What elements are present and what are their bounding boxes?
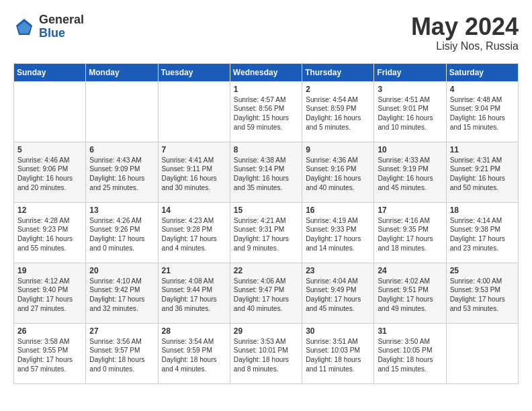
day-number: 7 — [162, 145, 226, 154]
cell-content: Sunrise: 4:08 AM Sunset: 9:44 PM Dayligh… — [162, 277, 226, 314]
cell-content: Sunrise: 4:43 AM Sunset: 9:09 PM Dayligh… — [89, 156, 154, 193]
calendar-cell: 26Sunrise: 3:58 AM Sunset: 9:55 PM Dayli… — [14, 323, 86, 383]
cell-content: Sunrise: 3:51 AM Sunset: 10:03 PM Daylig… — [306, 337, 370, 374]
calendar-header-row: SundayMondayTuesdayWednesdayThursdayFrid… — [14, 63, 519, 81]
column-header-saturday: Saturday — [446, 63, 518, 81]
calendar-cell: 22Sunrise: 4:06 AM Sunset: 9:47 PM Dayli… — [230, 263, 302, 323]
day-number: 2 — [306, 85, 370, 94]
column-header-wednesday: Wednesday — [230, 63, 302, 81]
day-number: 13 — [89, 205, 154, 215]
day-number: 18 — [450, 205, 515, 215]
day-number: 17 — [378, 205, 442, 215]
day-number: 28 — [162, 326, 226, 336]
week-row-4: 19Sunrise: 4:12 AM Sunset: 9:40 PM Dayli… — [14, 263, 519, 323]
day-number: 23 — [306, 266, 370, 275]
calendar-cell: 9Sunrise: 4:36 AM Sunset: 9:16 PM Daylig… — [302, 142, 374, 202]
cell-content: Sunrise: 4:04 AM Sunset: 9:49 PM Dayligh… — [306, 277, 370, 314]
day-number: 24 — [378, 266, 442, 275]
calendar-cell: 18Sunrise: 4:14 AM Sunset: 9:38 PM Dayli… — [446, 202, 518, 263]
calendar-cell: 29Sunrise: 3:53 AM Sunset: 10:01 PM Dayl… — [230, 323, 302, 383]
cell-content: Sunrise: 4:38 AM Sunset: 9:14 PM Dayligh… — [234, 156, 298, 193]
day-number: 3 — [378, 85, 442, 94]
cell-content: Sunrise: 4:06 AM Sunset: 9:47 PM Dayligh… — [234, 277, 298, 314]
day-number: 11 — [450, 145, 515, 154]
calendar-cell: 4Sunrise: 4:48 AM Sunset: 9:04 PM Daylig… — [446, 81, 518, 142]
calendar-table: SundayMondayTuesdayWednesdayThursdayFrid… — [13, 63, 519, 384]
day-number: 4 — [450, 85, 515, 94]
week-row-3: 12Sunrise: 4:28 AM Sunset: 9:23 PM Dayli… — [14, 202, 519, 263]
day-number: 15 — [234, 205, 298, 215]
day-number: 8 — [234, 145, 298, 154]
page-header: General Blue May 2024 Lisiy Nos, Russia — [13, 13, 519, 52]
day-number: 30 — [306, 326, 370, 336]
cell-content: Sunrise: 4:51 AM Sunset: 9:01 PM Dayligh… — [378, 95, 442, 132]
calendar-cell — [446, 323, 518, 383]
day-number: 5 — [17, 145, 82, 154]
day-number: 16 — [306, 205, 370, 215]
title-block: May 2024 Lisiy Nos, Russia — [411, 13, 519, 52]
day-number: 1 — [234, 85, 298, 94]
cell-content: Sunrise: 4:33 AM Sunset: 9:19 PM Dayligh… — [378, 156, 442, 193]
cell-content: Sunrise: 3:58 AM Sunset: 9:55 PM Dayligh… — [17, 337, 82, 374]
month-title: May 2024 — [411, 13, 519, 40]
calendar-cell: 2Sunrise: 4:54 AM Sunset: 8:59 PM Daylig… — [302, 81, 374, 142]
cell-content: Sunrise: 4:54 AM Sunset: 8:59 PM Dayligh… — [306, 95, 370, 132]
calendar-cell: 8Sunrise: 4:38 AM Sunset: 9:14 PM Daylig… — [230, 142, 302, 202]
calendar-cell — [86, 81, 158, 142]
location-title: Lisiy Nos, Russia — [411, 40, 519, 52]
cell-content: Sunrise: 4:48 AM Sunset: 9:04 PM Dayligh… — [450, 95, 515, 132]
day-number: 19 — [17, 266, 82, 275]
calendar-body: 1Sunrise: 4:57 AM Sunset: 8:56 PM Daylig… — [14, 81, 519, 383]
day-number: 21 — [162, 266, 226, 275]
calendar-cell — [158, 81, 230, 142]
calendar-cell: 12Sunrise: 4:28 AM Sunset: 9:23 PM Dayli… — [14, 202, 86, 263]
calendar-cell: 17Sunrise: 4:16 AM Sunset: 9:35 PM Dayli… — [374, 202, 446, 263]
cell-content: Sunrise: 3:56 AM Sunset: 9:57 PM Dayligh… — [89, 337, 154, 374]
calendar-cell: 16Sunrise: 4:19 AM Sunset: 9:33 PM Dayli… — [302, 202, 374, 263]
day-number: 9 — [306, 145, 370, 154]
day-number: 27 — [89, 326, 154, 336]
day-number: 31 — [378, 326, 442, 336]
calendar-cell: 1Sunrise: 4:57 AM Sunset: 8:56 PM Daylig… — [230, 81, 302, 142]
logo: General Blue — [13, 13, 84, 40]
calendar-cell: 7Sunrise: 4:41 AM Sunset: 9:11 PM Daylig… — [158, 142, 230, 202]
logo-text: General Blue — [39, 13, 84, 40]
day-number: 22 — [234, 266, 298, 275]
cell-content: Sunrise: 4:21 AM Sunset: 9:31 PM Dayligh… — [234, 216, 298, 253]
cell-content: Sunrise: 4:28 AM Sunset: 9:23 PM Dayligh… — [17, 216, 82, 253]
cell-content: Sunrise: 3:50 AM Sunset: 10:05 PM Daylig… — [378, 337, 442, 374]
calendar-cell: 15Sunrise: 4:21 AM Sunset: 9:31 PM Dayli… — [230, 202, 302, 263]
week-row-2: 5Sunrise: 4:46 AM Sunset: 9:06 PM Daylig… — [14, 142, 519, 202]
calendar-cell — [14, 81, 86, 142]
day-number: 10 — [378, 145, 442, 154]
cell-content: Sunrise: 4:57 AM Sunset: 8:56 PM Dayligh… — [234, 95, 298, 132]
cell-content: Sunrise: 3:54 AM Sunset: 9:59 PM Dayligh… — [162, 337, 226, 374]
cell-content: Sunrise: 4:31 AM Sunset: 9:21 PM Dayligh… — [450, 156, 515, 193]
column-header-thursday: Thursday — [302, 63, 374, 81]
calendar-cell: 25Sunrise: 4:00 AM Sunset: 9:53 PM Dayli… — [446, 263, 518, 323]
cell-content: Sunrise: 4:46 AM Sunset: 9:06 PM Dayligh… — [17, 156, 82, 193]
calendar-cell: 30Sunrise: 3:51 AM Sunset: 10:03 PM Dayl… — [302, 323, 374, 383]
cell-content: Sunrise: 4:23 AM Sunset: 9:28 PM Dayligh… — [162, 216, 226, 253]
calendar-cell: 20Sunrise: 4:10 AM Sunset: 9:42 PM Dayli… — [86, 263, 158, 323]
column-header-sunday: Sunday — [14, 63, 86, 81]
day-number: 29 — [234, 326, 298, 336]
cell-content: Sunrise: 4:12 AM Sunset: 9:40 PM Dayligh… — [17, 277, 82, 314]
calendar-cell: 21Sunrise: 4:08 AM Sunset: 9:44 PM Dayli… — [158, 263, 230, 323]
day-number: 26 — [17, 326, 82, 336]
calendar-cell: 14Sunrise: 4:23 AM Sunset: 9:28 PM Dayli… — [158, 202, 230, 263]
calendar-cell: 24Sunrise: 4:02 AM Sunset: 9:51 PM Dayli… — [374, 263, 446, 323]
week-row-5: 26Sunrise: 3:58 AM Sunset: 9:55 PM Dayli… — [14, 323, 519, 383]
logo-icon — [13, 16, 35, 38]
day-number: 12 — [17, 205, 82, 215]
cell-content: Sunrise: 4:14 AM Sunset: 9:38 PM Dayligh… — [450, 216, 515, 253]
calendar-cell: 19Sunrise: 4:12 AM Sunset: 9:40 PM Dayli… — [14, 263, 86, 323]
calendar-cell: 5Sunrise: 4:46 AM Sunset: 9:06 PM Daylig… — [14, 142, 86, 202]
calendar-cell: 28Sunrise: 3:54 AM Sunset: 9:59 PM Dayli… — [158, 323, 230, 383]
cell-content: Sunrise: 4:16 AM Sunset: 9:35 PM Dayligh… — [378, 216, 442, 253]
column-header-tuesday: Tuesday — [158, 63, 230, 81]
cell-content: Sunrise: 4:19 AM Sunset: 9:33 PM Dayligh… — [306, 216, 370, 253]
cell-content: Sunrise: 4:02 AM Sunset: 9:51 PM Dayligh… — [378, 277, 442, 314]
day-number: 20 — [89, 266, 154, 275]
cell-content: Sunrise: 4:41 AM Sunset: 9:11 PM Dayligh… — [162, 156, 226, 193]
